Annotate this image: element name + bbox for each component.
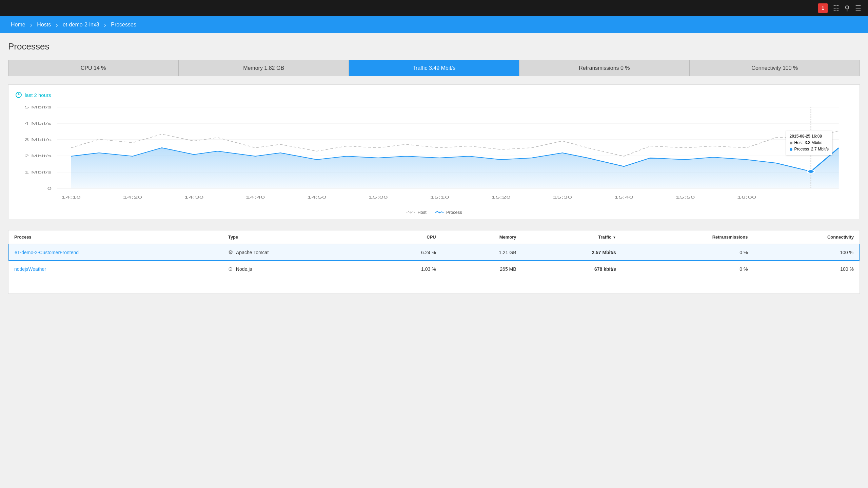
table-row[interactable]: eT-demo-2-CustomerFrontend ⚙ Apache Tomc…: [9, 244, 859, 261]
col-connectivity[interactable]: Connectivity: [753, 230, 859, 244]
breadcrumb-hosts[interactable]: Hosts: [32, 16, 56, 33]
svg-text:14:30: 14:30: [184, 195, 204, 199]
col-process[interactable]: Process: [9, 230, 223, 244]
connectivity-value-2: 100 %: [753, 261, 859, 277]
retransmissions-value-1: 0 %: [622, 244, 753, 261]
col-memory[interactable]: Memory: [441, 230, 522, 244]
top-bar: 1 ☷ ⚲ ☰: [0, 0, 868, 16]
chart-legend: Host Process: [15, 210, 853, 215]
process-type-2: ⊙ Node.js: [223, 261, 369, 277]
chart-area[interactable]: 5 Mbit/s 4 Mbit/s 3 Mbit/s 2 Mbit/s 1 Mb…: [15, 104, 853, 206]
connectivity-value-1: 100 %: [753, 244, 859, 261]
notification-badge[interactable]: 1: [818, 3, 828, 13]
legend-process-icon: [435, 210, 444, 215]
chart-svg: 5 Mbit/s 4 Mbit/s 3 Mbit/s 2 Mbit/s 1 Mb…: [15, 104, 853, 205]
table-header-row: Process Type CPU Memory Traffic ▼ Retran…: [9, 230, 859, 244]
tooltip-host-dot: [790, 142, 792, 144]
svg-text:15:30: 15:30: [553, 195, 572, 199]
table-row[interactable]: nodejsWeather ⊙ Node.js 1.03 % 265 MB 67…: [9, 261, 859, 277]
legend-host-label: Host: [417, 210, 427, 215]
memory-value-1: 1.21 GB: [441, 244, 522, 261]
svg-text:4 Mbit/s: 4 Mbit/s: [25, 121, 52, 125]
chart-container: last 2 hours 5 Mbit/s 4 Mb: [8, 84, 860, 219]
svg-point-29: [807, 170, 814, 173]
table-empty-row: [9, 277, 859, 293]
svg-text:15:50: 15:50: [676, 195, 695, 199]
tooltip-process-label: Process: [794, 146, 809, 152]
tab-retransmissions[interactable]: Retransmissions 0 %: [519, 60, 689, 76]
process-name-1[interactable]: eT-demo-2-CustomerFrontend: [9, 244, 223, 261]
breadcrumb-home[interactable]: Home: [5, 16, 31, 33]
page-title: Processes: [8, 41, 860, 52]
svg-text:15:20: 15:20: [491, 195, 511, 199]
breadcrumb-host-name[interactable]: et-demo-2-lnx3: [57, 16, 105, 33]
process-name-2[interactable]: nodejsWeather: [9, 261, 223, 277]
memory-value-2: 265 MB: [441, 261, 522, 277]
col-type[interactable]: Type: [223, 230, 369, 244]
main-content: Processes CPU 14 % Memory 1.82 GB Traffi…: [0, 33, 868, 488]
legend-host-icon: [406, 210, 415, 215]
svg-text:2 Mbit/s: 2 Mbit/s: [25, 154, 52, 158]
menu-icon[interactable]: ☰: [855, 4, 861, 12]
svg-text:15:10: 15:10: [430, 195, 449, 199]
svg-text:3 Mbit/s: 3 Mbit/s: [25, 138, 52, 142]
legend-process-label: Process: [446, 210, 462, 215]
svg-text:14:20: 14:20: [123, 195, 142, 199]
chart-tooltip: 2015-08-25 16:08 Host 3.3 Mbit/s Process…: [786, 131, 832, 155]
svg-text:15:40: 15:40: [614, 195, 634, 199]
traffic-value-2: 678 kbit/s: [522, 261, 622, 277]
tooltip-host-value: 3.3 Mbit/s: [805, 140, 822, 146]
search-icon[interactable]: ⚲: [845, 4, 850, 12]
sort-arrow-icon: ▼: [613, 236, 616, 239]
retransmissions-value-2: 0 %: [622, 261, 753, 277]
tooltip-process-dot: [790, 148, 792, 151]
cpu-value-2: 1.03 %: [369, 261, 441, 277]
comment-icon[interactable]: ☷: [833, 4, 839, 12]
svg-text:15:00: 15:00: [369, 195, 388, 199]
svg-marker-27: [71, 148, 839, 188]
svg-text:0: 0: [47, 186, 52, 190]
chart-header: last 2 hours: [15, 92, 853, 98]
tooltip-host-label: Host: [794, 140, 803, 146]
process-table: Process Type CPU Memory Traffic ▼ Retran…: [8, 230, 860, 294]
metric-tabs: CPU 14 % Memory 1.82 GB Traffic 3.49 Mbi…: [8, 60, 860, 76]
breadcrumb: Home › Hosts › et-demo-2-lnx3 › Processe…: [0, 16, 868, 33]
svg-text:5 Mbit/s: 5 Mbit/s: [25, 105, 52, 109]
traffic-value-1: 2.57 Mbit/s: [522, 244, 622, 261]
svg-text:14:40: 14:40: [246, 195, 265, 199]
svg-text:16:00: 16:00: [737, 195, 756, 199]
tab-traffic[interactable]: Traffic 3.49 Mbit/s: [349, 60, 519, 76]
legend-host: Host: [406, 210, 427, 215]
breadcrumb-processes[interactable]: Processes: [105, 16, 142, 33]
svg-text:14:10: 14:10: [61, 195, 81, 199]
col-retransmissions[interactable]: Retransmissions: [622, 230, 753, 244]
cpu-value-1: 6.24 %: [369, 244, 441, 261]
svg-text:1 Mbit/s: 1 Mbit/s: [25, 170, 52, 174]
col-traffic[interactable]: Traffic ▼: [522, 230, 622, 244]
nodejs-icon: ⊙: [228, 266, 233, 272]
tab-memory[interactable]: Memory 1.82 GB: [178, 60, 349, 76]
tab-cpu[interactable]: CPU 14 %: [8, 60, 178, 76]
tooltip-process-value: 2.7 Mbit/s: [811, 146, 829, 152]
clock-icon: [15, 92, 22, 98]
time-range-label: last 2 hours: [25, 92, 51, 98]
tab-connectivity[interactable]: Connectivity 100 %: [690, 60, 860, 76]
tooltip-timestamp: 2015-08-25 16:08: [790, 133, 829, 140]
apache-icon: ⚙: [228, 249, 233, 255]
legend-process: Process: [435, 210, 462, 215]
process-type-1: ⚙ Apache Tomcat: [223, 244, 369, 261]
col-cpu[interactable]: CPU: [369, 230, 441, 244]
svg-text:14:50: 14:50: [307, 195, 327, 199]
